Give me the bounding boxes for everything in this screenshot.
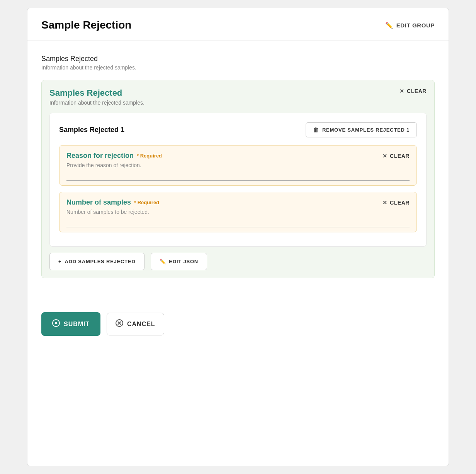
pencil-small-icon: ✏️ [160, 259, 166, 264]
svg-point-1 [55, 322, 57, 324]
cancel-label: CANCEL [127, 321, 155, 328]
samples-required-badge: * Required [134, 200, 159, 205]
group-clear-button[interactable]: ✕ CLEAR [400, 88, 427, 94]
header: Sample Rejection ✏️ EDIT GROUP [27, 8, 449, 41]
samples-field-header: Number of samples * Required ✕ CLEAR [66, 198, 410, 207]
reason-field-desc: Provide the reason of rejection. [66, 162, 410, 168]
submit-label: SUBMIT [64, 321, 90, 328]
plus-icon: + [58, 259, 61, 264]
item-card: Samples Rejected 1 🗑 REMOVE SAMPLES REJE… [49, 113, 427, 247]
reason-clear-label: CLEAR [390, 153, 410, 159]
samples-input-line [66, 224, 410, 227]
submit-icon [52, 319, 60, 329]
page-title: Sample Rejection [41, 19, 131, 31]
samples-field-desc: Number of samples to be rejected. [66, 209, 410, 215]
cancel-icon [116, 319, 123, 329]
samples-field-title: Number of samples [66, 198, 131, 207]
group-clear-label: CLEAR [407, 88, 427, 94]
edit-group-button[interactable]: ✏️ EDIT GROUP [385, 22, 435, 29]
samples-clear-button[interactable]: ✕ CLEAR [382, 200, 410, 206]
add-samples-label: ADD SAMPLES REJECTED [65, 259, 135, 264]
section-label: Samples Rejected [41, 55, 435, 63]
reason-x-icon: ✕ [382, 153, 388, 159]
section-description: Information about the rejected samples. [41, 64, 435, 71]
item-card-header: Samples Rejected 1 🗑 REMOVE SAMPLES REJE… [59, 122, 417, 137]
footer-actions: SUBMIT CANCEL [27, 303, 449, 350]
group-title: Samples Rejected [49, 88, 122, 98]
edit-json-button[interactable]: ✏️ EDIT JSON [151, 253, 207, 270]
reason-required-badge: * Required [137, 153, 162, 159]
group-header: Samples Rejected ✕ CLEAR [49, 88, 427, 98]
submit-button[interactable]: SUBMIT [41, 312, 100, 336]
reason-title-row: Reason for rejection * Required [66, 152, 162, 160]
cancel-button[interactable]: CANCEL [107, 313, 164, 335]
remove-item-button[interactable]: 🗑 REMOVE SAMPLES REJECTED 1 [306, 122, 417, 137]
reason-field-header: Reason for rejection * Required ✕ CLEAR [66, 152, 410, 160]
item-card-title: Samples Rejected 1 [59, 126, 124, 134]
edit-json-label: EDIT JSON [169, 259, 198, 264]
group-box: Samples Rejected ✕ CLEAR Information abo… [41, 80, 435, 278]
group-description: Information about the rejected samples. [49, 100, 427, 106]
pencil-icon: ✏️ [385, 22, 393, 29]
samples-x-icon: ✕ [382, 200, 388, 206]
bottom-actions: + ADD SAMPLES REJECTED ✏️ EDIT JSON [49, 253, 427, 270]
edit-group-label: EDIT GROUP [396, 22, 435, 29]
page-container: Sample Rejection ✏️ EDIT GROUP Samples R… [27, 8, 449, 466]
samples-field-box: Number of samples * Required ✕ CLEAR Num… [59, 192, 417, 232]
reason-field-box: Reason for rejection * Required ✕ CLEAR … [59, 145, 417, 186]
reason-field-title: Reason for rejection [66, 152, 134, 160]
trash-icon: 🗑 [313, 127, 319, 133]
samples-clear-label: CLEAR [390, 200, 410, 206]
remove-item-label: REMOVE SAMPLES REJECTED 1 [322, 127, 410, 133]
reason-input-line [66, 178, 410, 181]
reason-clear-button[interactable]: ✕ CLEAR [382, 153, 410, 159]
samples-title-row: Number of samples * Required [66, 198, 159, 207]
main-content: Samples Rejected Information about the r… [27, 41, 449, 303]
x-icon: ✕ [400, 88, 405, 94]
add-samples-button[interactable]: + ADD SAMPLES REJECTED [49, 253, 144, 270]
